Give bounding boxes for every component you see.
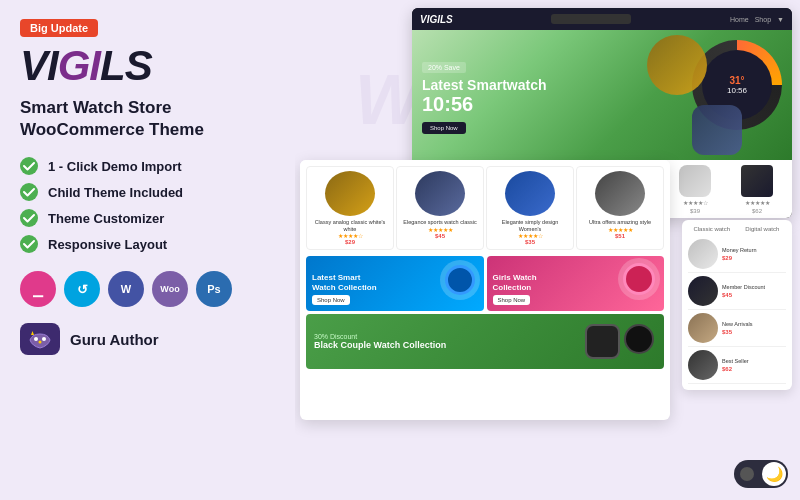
toggle-track[interactable]: 🌙 (734, 460, 788, 488)
right-name-3: New Arrivals (722, 321, 786, 328)
check-icon (20, 157, 38, 175)
couple-watch-2 (624, 324, 654, 354)
product-title-3: Elegante simply design Women's (491, 219, 569, 232)
banner-couple-watch: 30% Discount Black Couple Watch Collecti… (306, 314, 664, 369)
tech-icons-row: ⎯ ↺ W Woo Ps (20, 271, 275, 307)
right-price-4: $62 (722, 366, 786, 372)
product-watch-img-2 (415, 171, 465, 216)
banner-watch-2 (618, 258, 660, 300)
mini-watch-6 (741, 165, 773, 197)
banner-latest-smart: Latest SmartWatch Collection Shop Now (306, 256, 484, 311)
banner-row: Latest SmartWatch Collection Shop Now Gi… (300, 256, 670, 314)
feature-responsive: Responsive Layout (20, 235, 275, 253)
shop-now-hero[interactable]: Shop Now (422, 122, 466, 134)
right-watch-2 (688, 276, 718, 306)
right-name-1: Money Return (722, 247, 786, 254)
check-icon-4 (20, 235, 38, 253)
left-panel: Big Update VIGILS Smart Watch Store WooC… (0, 0, 295, 500)
product-card-4: Ultra offers amazing style ★★★★★ $51 (576, 166, 664, 250)
watch-img-2 (623, 263, 655, 295)
product-title-2: Elegance sports watch classic (403, 219, 476, 226)
mini-price-6: ★★★★★ (745, 199, 770, 206)
right-watch-3 (688, 313, 718, 343)
product-price-4: $51 (615, 233, 625, 239)
customizer-icon: ↺ (64, 271, 100, 307)
right-product-2: Member Discount $45 (688, 273, 786, 310)
check-icon-2 (20, 183, 38, 201)
discount-label: 30% Discount (314, 333, 446, 340)
right-info-4: Best Seller $62 (722, 358, 786, 371)
right-product-3: New Arrivals $35 (688, 310, 786, 347)
preview-logo: VIGILS (420, 14, 453, 25)
products-grid: Classy analog classic white's white ★★★★… (300, 160, 670, 256)
banner-btn-2[interactable]: Shop Now (493, 295, 531, 305)
banner-girls-watch: Girls WatchCollection Shop Now (487, 256, 665, 311)
sun-icon (740, 467, 754, 481)
classic-label: Classic watch (688, 226, 736, 232)
mini-watch-5 (679, 165, 711, 197)
digital-label: Digital watch (739, 226, 787, 232)
product-title-1: Classy analog classic white's white (311, 219, 389, 232)
product-price-1: $29 (345, 239, 355, 245)
couple-watches (585, 324, 654, 359)
product-card-1: Classy analog classic white's white ★★★★… (306, 166, 394, 250)
banner-watch-1 (440, 260, 480, 300)
preview-header: VIGILS Home Shop ▼ (412, 8, 792, 30)
mini-cost-6: $62 (752, 208, 762, 214)
product-watch-img-4 (595, 171, 645, 216)
feature-child-theme: Child Theme Included (20, 183, 275, 201)
watch-img (445, 265, 475, 295)
feature-demo-import: 1 - Click Demo Import (20, 157, 275, 175)
svg-marker-7 (31, 331, 34, 335)
moon-icon: 🌙 (766, 466, 783, 482)
banner-btn-1[interactable]: Shop Now (312, 295, 350, 305)
nav-item: Shop (755, 16, 771, 23)
mini-cost-5: $39 (690, 208, 700, 214)
woocommerce-icon: Woo (152, 271, 188, 307)
mini-product-5: ★★★★☆ $39 (666, 165, 724, 214)
right-info-1: Money Return $29 (722, 247, 786, 260)
right-info-2: Member Discount $45 (722, 284, 786, 297)
product-stars-2: ★★★★★ (428, 226, 453, 233)
svg-point-0 (20, 157, 38, 175)
elementor-icon: ⎯ (20, 271, 56, 307)
mini-price-5: ★★★★☆ (683, 199, 708, 206)
svg-point-5 (42, 337, 46, 341)
feature-customizer: Theme Customizer (20, 209, 275, 227)
product-stars-4: ★★★★★ (608, 226, 633, 233)
product-watch-img-3 (505, 171, 555, 216)
big-update-badge: Big Update (20, 19, 98, 37)
full-banner-title: Black Couple Watch Collection (314, 340, 446, 350)
product-price-3: $35 (525, 239, 535, 245)
dark-mode-toggle[interactable]: 🌙 (734, 460, 788, 488)
preview-search (551, 14, 631, 24)
product-watch-img-1 (325, 171, 375, 216)
subtitle: Smart Watch Store WooCommerce Theme (20, 97, 275, 141)
hero-title: Latest Smartwatch (422, 77, 546, 94)
watch-display-3 (692, 105, 742, 155)
features-list: 1 - Click Demo Import Child Theme Includ… (20, 157, 275, 253)
feature-label-2: Child Theme Included (48, 185, 183, 200)
right-price-2: $45 (722, 292, 786, 298)
wordpress-icon: W (108, 271, 144, 307)
check-icon-3 (20, 209, 38, 227)
svg-point-4 (34, 337, 38, 341)
mini-product-6: ★★★★★ $62 (728, 165, 786, 214)
right-watch-1 (688, 239, 718, 269)
temp-display: 31° (729, 75, 744, 86)
hero-text: 20% Save Latest Smartwatch 10:56 Shop No… (422, 56, 546, 135)
product-title-4: Ultra offers amazing style (589, 219, 651, 226)
right-name-2: Member Discount (722, 284, 786, 291)
hero-save: 20% Save (422, 62, 466, 73)
svg-point-3 (20, 235, 38, 253)
product-price-2: $45 (435, 233, 445, 239)
subtitle-line2: WooCommerce Theme (20, 119, 275, 141)
banner-full-text: 30% Discount Black Couple Watch Collecti… (314, 333, 446, 350)
product-card-2: Elegance sports watch classic ★★★★★ $45 (396, 166, 484, 250)
nav-item: ▼ (777, 16, 784, 23)
svg-point-1 (20, 183, 38, 201)
couple-watch-1 (585, 324, 620, 359)
subtitle-line1: Smart Watch Store (20, 97, 275, 119)
guru-badge (20, 323, 60, 355)
right-name-4: Best Seller (722, 358, 786, 365)
